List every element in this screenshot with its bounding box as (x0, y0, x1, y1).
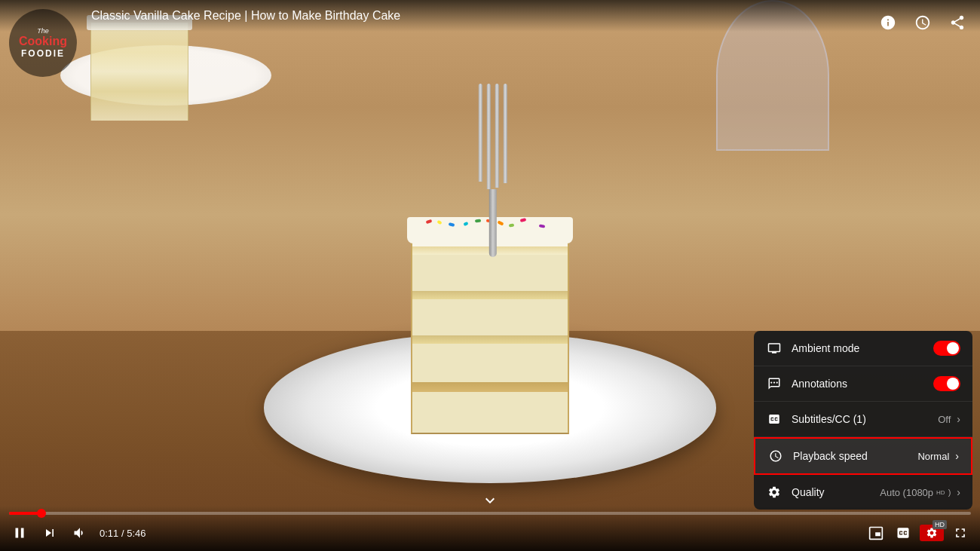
clock-button[interactable] (912, 12, 933, 33)
fullscreen-button[interactable] (950, 522, 971, 543)
subtitles-label: Subtitles/CC (1) (792, 413, 938, 425)
subtitles-button[interactable] (893, 522, 914, 543)
playback-speed-label: Playback speed (793, 450, 917, 462)
quality-label: Quality (792, 486, 880, 498)
skip-forward-button[interactable] (39, 522, 60, 543)
playback-speed-value: Normal › (917, 450, 959, 462)
settings-quality[interactable]: Quality Auto (1080p HD ) › (754, 475, 972, 510)
time-total: 5:46 (127, 528, 145, 539)
progress-dot (37, 509, 46, 518)
settings-subtitles[interactable]: Subtitles/CC (1) Off › (754, 402, 972, 437)
video-container: The Cooking FOODIE Classic Vanilla Cake … (0, 0, 980, 551)
progress-bar[interactable] (9, 512, 971, 515)
time-current: 0:11 (100, 528, 118, 539)
annotations-label: Annotations (792, 378, 933, 390)
settings-ambient-mode[interactable]: Ambient mode (754, 331, 972, 366)
settings-panel: Ambient mode Annotations (754, 331, 972, 510)
gear-wrapper: HD (920, 525, 944, 541)
hd-badge: HD (933, 520, 947, 529)
settings-playback-speed[interactable]: Playback speed Normal › (754, 437, 972, 475)
volume-icon (72, 525, 87, 540)
hd-superscript: HD (936, 489, 945, 496)
top-right-icons (877, 12, 968, 33)
time-display: 0:11 / 5:46 (100, 528, 145, 539)
ambient-mode-toggle[interactable] (933, 341, 960, 356)
subtitles-value: Off › (938, 413, 960, 425)
annotations-toggle[interactable] (933, 376, 960, 391)
share-icon (949, 14, 966, 31)
svg-point-1 (770, 381, 772, 383)
video-title: Classic Vanilla Cake Recipe | How to Mak… (91, 9, 968, 23)
progress-fill (9, 512, 41, 515)
speed-icon (767, 448, 784, 464)
fullscreen-icon (953, 525, 968, 540)
skip-next-icon (42, 525, 57, 540)
channel-foodie: FOODIE (21, 48, 65, 59)
ambient-mode-label: Ambient mode (792, 342, 933, 354)
title-bar: Classic Vanilla Cake Recipe | How to Mak… (0, 0, 980, 32)
cc-ctrl-icon (896, 525, 911, 540)
miniplayer-icon (868, 525, 884, 540)
miniplayer-button[interactable] (865, 522, 887, 543)
tv-icon (766, 340, 782, 357)
info-icon (880, 14, 896, 31)
quality-value: Auto (1080p HD ) › (880, 486, 960, 498)
cc-icon (766, 411, 782, 427)
settings-annotations[interactable]: Annotations (754, 366, 972, 402)
svg-point-2 (776, 381, 778, 383)
volume-button[interactable] (69, 522, 90, 543)
controls-bar: 0:11 / 5:46 (0, 506, 980, 551)
clock-icon (914, 14, 931, 31)
info-button[interactable] (877, 12, 899, 33)
playback-speed-chevron: › (955, 450, 959, 462)
subtitles-chevron: › (957, 413, 960, 425)
channel-cooking: Cooking (19, 35, 67, 48)
pause-button[interactable] (9, 522, 30, 543)
annotations-icon (766, 375, 782, 392)
pause-icon (11, 525, 28, 541)
svg-point-0 (773, 381, 775, 383)
share-button[interactable] (947, 12, 968, 33)
quality-icon (766, 484, 782, 500)
quality-chevron: › (957, 486, 960, 498)
